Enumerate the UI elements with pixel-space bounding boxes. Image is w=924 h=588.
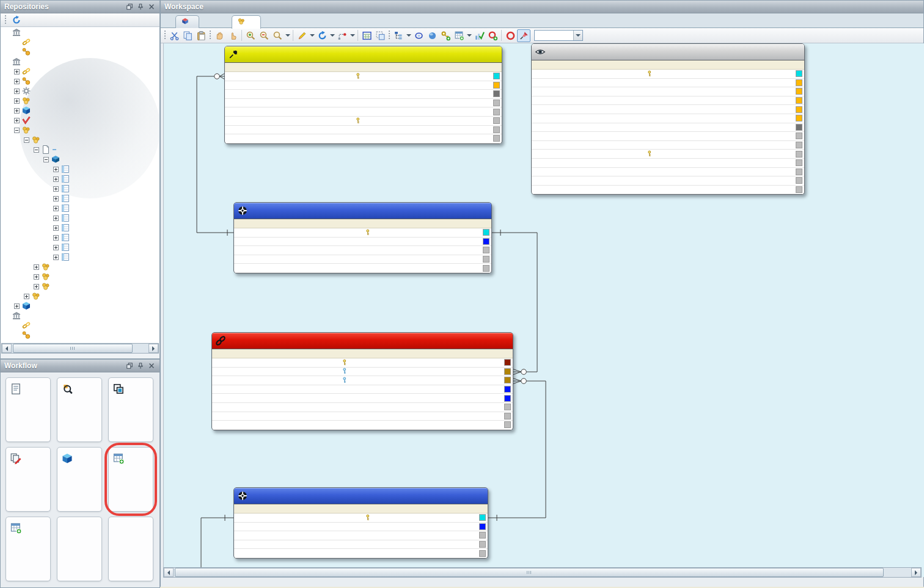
scroll-right-arrow[interactable] — [148, 344, 158, 353]
tree-item-sales-and-analysis[interactable] — [1, 27, 159, 37]
tree-expander-plus-icon[interactable] — [34, 284, 39, 289]
scroll-left-arrow[interactable] — [164, 568, 174, 577]
tree-expander-plus-icon[interactable] — [53, 206, 59, 211]
diagram-canvas[interactable] — [163, 43, 924, 577]
tree-item-s-product-mroc[interactable] — [1, 213, 159, 223]
tree-item-v-s-product-mroc-curre[interactable] — [1, 242, 159, 252]
table-title-bar[interactable] — [212, 333, 513, 349]
tree-expander-plus-icon[interactable] — [53, 225, 59, 231]
workflow-card-create-business-vault-deploym[interactable] — [57, 447, 102, 512]
tree-item-bv-prodcat[interactable] — [1, 135, 159, 145]
tree-expander-plus-icon[interactable] — [34, 274, 39, 280]
cut-button[interactable] — [167, 29, 181, 42]
pin-window-icon[interactable] — [136, 2, 145, 11]
pin-button[interactable] — [517, 29, 530, 42]
workflow-card-compare-models[interactable] — [57, 377, 102, 442]
pan-hand-button[interactable] — [213, 29, 226, 42]
tree-item-connection[interactable] — [1, 67, 159, 76]
table-grid-button[interactable] — [360, 29, 373, 42]
tree-item-bv-mcr[interactable] — [1, 291, 159, 301]
tree-expander-plus-icon[interactable] — [53, 186, 59, 192]
tree-item-v-s-product-mroc-pit[interactable] — [1, 252, 159, 262]
tree-item-h-product[interactable] — [1, 174, 159, 184]
tree-item-all-tables[interactable] — [1, 154, 159, 164]
dropdown-caret-icon[interactable] — [349, 29, 356, 42]
tree-expander-minus-icon[interactable] — [14, 128, 20, 133]
tab-bv-prodcat-1-diagram[interactable] — [232, 15, 261, 29]
tree-expander-plus-icon[interactable] — [53, 196, 59, 201]
tree-expander-minus-icon[interactable] — [24, 137, 29, 143]
tree-expander-minus-icon[interactable] — [34, 147, 39, 153]
dropdown-caret-icon[interactable] — [284, 29, 291, 42]
diagram-table-h_product[interactable] — [233, 487, 488, 559]
tree-expander-plus-icon[interactable] — [53, 255, 59, 260]
float-window-icon[interactable] — [125, 2, 134, 11]
tab-welcome[interactable] — [175, 15, 199, 28]
close-panel-icon[interactable] — [147, 361, 156, 370]
diagram-table-s_category_mroc[interactable] — [224, 46, 502, 144]
lens-button[interactable] — [412, 29, 425, 42]
workflow-card-advanced-copy[interactable] — [6, 447, 51, 512]
tree-item-1[interactable] — [1, 145, 159, 154]
diagram-table-h_category[interactable] — [233, 202, 492, 274]
workflow-card-create-pit-table[interactable] — [6, 517, 51, 581]
tree-item-business-vault-deployment[interactable] — [1, 301, 159, 311]
zoom-button[interactable] — [271, 29, 284, 42]
circle-add-button[interactable] — [486, 29, 499, 42]
tree-expander-plus-icon[interactable] — [14, 89, 20, 94]
tree-expander-plus-icon[interactable] — [53, 176, 59, 182]
key-add-button[interactable] — [439, 29, 452, 42]
zoom-out-button[interactable] — [257, 29, 271, 42]
scroll-thumb[interactable] — [175, 568, 884, 577]
workflow-card-document-model[interactable] — [6, 377, 51, 442]
dropdown-caret-icon[interactable] — [405, 29, 412, 42]
float-window-icon[interactable] — [125, 361, 134, 370]
workflow-card-create-bridge-table[interactable] — [108, 447, 153, 512]
tree-expander-plus-icon[interactable] — [14, 108, 20, 114]
red-circle-button[interactable] — [504, 29, 517, 42]
tree-expander-plus-icon[interactable] — [14, 118, 20, 123]
tree-item-data-vault[interactable] — [1, 96, 159, 106]
copy-button[interactable] — [181, 29, 194, 42]
pin-window-icon[interactable] — [136, 361, 145, 370]
table-title-bar[interactable] — [225, 46, 502, 63]
tree-layout-button[interactable] — [392, 29, 405, 42]
tree-expander-minus-icon[interactable] — [43, 157, 49, 162]
tree-expander-plus-icon[interactable] — [24, 294, 29, 299]
tree-item-connection[interactable] — [1, 321, 159, 330]
tree-item-source[interactable] — [1, 47, 159, 57]
tree-expander-plus-icon[interactable] — [34, 264, 39, 270]
copy-region-button[interactable] — [373, 29, 387, 42]
tree-item-red-export[interactable] — [1, 115, 159, 125]
paste-button[interactable] — [194, 29, 208, 42]
tree-item-v-s-category-mroc-pit[interactable] — [1, 233, 159, 242]
tree-item-4[interactable] — [1, 262, 159, 272]
tree-item-v-s-category-mroc-curr[interactable] — [1, 223, 159, 233]
tree-horizontal-scrollbar[interactable] — [1, 343, 159, 354]
table-title-bar[interactable] — [234, 203, 491, 219]
tree-item-pit-product[interactable] — [1, 194, 159, 203]
route-button[interactable] — [336, 29, 349, 42]
zoom-level-combo[interactable] — [534, 30, 583, 41]
sphere-button[interactable] — [425, 29, 439, 42]
tree-expander-plus-icon[interactable] — [53, 216, 59, 221]
scroll-right-arrow[interactable] — [911, 568, 921, 577]
canvas-horizontal-scrollbar[interactable] — [163, 567, 922, 578]
table-title-bar[interactable] — [532, 44, 804, 60]
tree-item-h-category[interactable] — [1, 164, 159, 174]
diagram-table-v_s_product_mroc_pit[interactable] — [531, 43, 805, 195]
refresh-button[interactable] — [10, 14, 23, 26]
tree-expander-plus-icon[interactable] — [14, 303, 20, 309]
dropdown-caret-icon[interactable] — [466, 29, 472, 42]
tree-item-test1[interactable] — [1, 311, 159, 321]
tree-item-currentviewshavefks[interactable] — [1, 281, 159, 291]
dropdown-caret-icon[interactable] — [309, 29, 315, 42]
tree-item-load-and-staging[interactable] — [1, 106, 159, 115]
close-panel-icon[interactable] — [147, 2, 156, 11]
scroll-thumb[interactable] — [13, 344, 133, 353]
diagram-table-l_product_category[interactable] — [211, 332, 513, 430]
tree-expander-plus-icon[interactable] — [14, 98, 20, 104]
tree-item-business-vault[interactable] — [1, 125, 159, 135]
combo-dropdown-icon[interactable] — [573, 31, 582, 40]
diagram-check-button[interactable] — [472, 29, 486, 42]
